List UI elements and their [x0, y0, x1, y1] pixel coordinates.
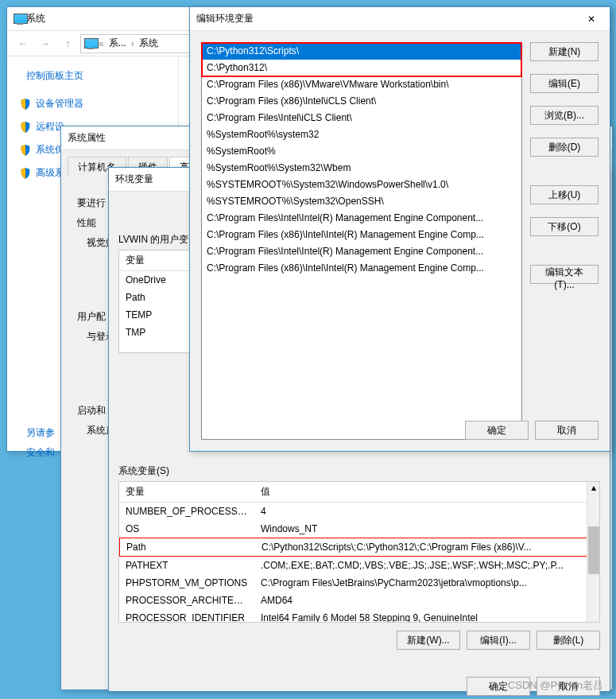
- table-row[interactable]: NUMBER_OF_PROCESSORS4: [119, 503, 599, 520]
- move-down-button[interactable]: 下移(O): [530, 217, 599, 236]
- edit-button[interactable]: 编辑(I)...: [467, 631, 530, 650]
- table-row[interactable]: PATHEXT.COM;.EXE;.BAT;.CMD;.VBS;.VBE;.JS…: [119, 557, 599, 574]
- dialog-buttons: 确定 取消: [465, 421, 599, 440]
- cell-var: NUMBER_OF_PROCESSORS: [119, 504, 254, 518]
- cell-var: 变量: [119, 483, 254, 500]
- edit-button[interactable]: 编辑(E): [530, 74, 599, 93]
- new-button[interactable]: 新建(W)...: [397, 631, 460, 650]
- edit-text-button[interactable]: 编辑文本(T)...: [530, 265, 599, 284]
- sidebar-item-device-manager[interactable]: 设备管理器: [7, 92, 178, 115]
- path-item[interactable]: C:\Program Files (x86)\Intel\Intel(R) Ma…: [202, 260, 521, 277]
- monitor-icon: [14, 14, 26, 25]
- ok-button[interactable]: 确定: [465, 421, 529, 440]
- title-bar: 编辑环境变量 ✕: [190, 7, 610, 31]
- edit-body: C:\Python312\Scripts\C:\Python312\C:\Pro…: [190, 31, 610, 451]
- table-row[interactable]: PROCESSOR_ARCHITECT...AMD64: [119, 592, 599, 609]
- new-button[interactable]: 新建(N): [530, 42, 599, 61]
- cell-value: Intel64 Family 6 Model 58 Stepping 9, Ge…: [254, 611, 599, 623]
- delete-button[interactable]: 删除(D): [530, 138, 599, 157]
- path-list[interactable]: C:\Python312\Scripts\C:\Python312\C:\Pro…: [201, 42, 522, 440]
- sidebar-home[interactable]: 控制面板主页: [7, 66, 178, 92]
- shield-icon: [20, 122, 31, 133]
- shield-icon: [20, 168, 31, 179]
- path-item[interactable]: C:\Python312\: [202, 60, 521, 76]
- window-title: 编辑环境变量: [196, 12, 579, 25]
- cell-value: 4: [254, 504, 599, 518]
- browse-button[interactable]: 浏览(B)...: [530, 106, 599, 125]
- cell-value: 值: [254, 483, 587, 500]
- path-item[interactable]: C:\Program Files (x86)\VMware\VMware Wor…: [202, 76, 521, 93]
- cell-value: C:\Python312\Scripts\;C:\Python312\;C:\P…: [255, 540, 599, 554]
- table-header: 变量值: [119, 482, 599, 503]
- path-item[interactable]: %SYSTEMROOT%\System32\OpenSSH\: [202, 193, 521, 210]
- path-item[interactable]: C:\Program Files\Intel\Intel(R) Manageme…: [202, 243, 521, 260]
- cell-var: PROCESSOR_IDENTIFIER: [119, 611, 254, 623]
- path-item[interactable]: C:\Python312\Scripts\: [202, 43, 521, 60]
- scrollbar[interactable]: ▴: [587, 482, 599, 622]
- cell-value: Windows_NT: [254, 522, 599, 536]
- edit-env-var-window: 编辑环境变量 ✕ C:\Python312\Scripts\C:\Python3…: [189, 6, 610, 452]
- chevron-right-icon: ›: [131, 38, 134, 49]
- cancel-button[interactable]: 取消: [535, 421, 599, 440]
- path-item[interactable]: %SystemRoot%: [202, 143, 521, 160]
- path-item[interactable]: C:\Program Files (x86)\Intel\iCLS Client…: [202, 93, 521, 110]
- edit-buttons: 新建(N) 编辑(E) 浏览(B)... 删除(D) 上移(U) 下移(O) 编…: [530, 42, 599, 440]
- cell-var: Path: [120, 540, 255, 554]
- cell-var: PHPSTORM_VM_OPTIONS: [119, 576, 254, 590]
- path-item[interactable]: %SYSTEMROOT%\System32\WindowsPowerShell\…: [202, 177, 521, 193]
- breadcrumb-item[interactable]: 系...: [106, 37, 130, 50]
- back-button[interactable]: ←: [14, 34, 33, 53]
- path-item[interactable]: C:\Program Files\Intel\Intel(R) Manageme…: [202, 210, 521, 227]
- chevron-icon: «: [99, 38, 104, 49]
- watermark: CSDN @Python老吕: [508, 678, 603, 693]
- cell-value: .COM;.EXE;.BAT;.CMD;.VBS;.VBE;.JS;.JSE;.…: [254, 558, 599, 573]
- cell-value: AMD64: [254, 593, 599, 608]
- shield-icon: [20, 145, 31, 156]
- cell-value: C:\Program Files\JetBrains\PyCharm2023\j…: [254, 576, 599, 590]
- path-item[interactable]: %SystemRoot%\system32: [202, 126, 521, 143]
- path-item[interactable]: C:\Program Files\Intel\iCLS Client\: [202, 110, 521, 126]
- delete-button[interactable]: 删除(L): [537, 631, 600, 650]
- table-row[interactable]: PHPSTORM_VM_OPTIONSC:\Program Files\JetB…: [119, 574, 599, 592]
- monitor-icon: [84, 38, 97, 49]
- sys-vars-label: 系统变量(S): [118, 464, 600, 478]
- sidebar-label: 设备管理器: [36, 97, 83, 111]
- forward-button[interactable]: →: [36, 34, 55, 53]
- sys-vars-table: 变量值NUMBER_OF_PROCESSORS4OSWindows_NTPath…: [118, 481, 600, 623]
- breadcrumb-item[interactable]: 系统: [136, 37, 161, 50]
- cell-var: OS: [119, 522, 254, 536]
- path-item[interactable]: %SystemRoot%\System32\Wbem: [202, 160, 521, 177]
- move-up-button[interactable]: 上移(U): [530, 185, 599, 204]
- close-button[interactable]: ✕: [579, 10, 603, 28]
- table-row[interactable]: PROCESSOR_IDENTIFIERIntel64 Family 6 Mod…: [119, 609, 599, 623]
- cell-var: PATHEXT: [119, 558, 254, 573]
- sys-buttons: 新建(W)... 编辑(I)... 删除(L): [118, 631, 600, 650]
- path-item[interactable]: C:\Program Files (x86)\Intel\Intel(R) Ma…: [202, 227, 521, 243]
- table-row[interactable]: OSWindows_NT: [119, 520, 599, 538]
- shield-icon: [20, 99, 31, 110]
- table-row[interactable]: PathC:\Python312\Scripts\;C:\Python312\;…: [119, 538, 599, 557]
- cell-var: PROCESSOR_ARCHITECT...: [119, 593, 254, 608]
- up-button[interactable]: ↑: [58, 34, 77, 53]
